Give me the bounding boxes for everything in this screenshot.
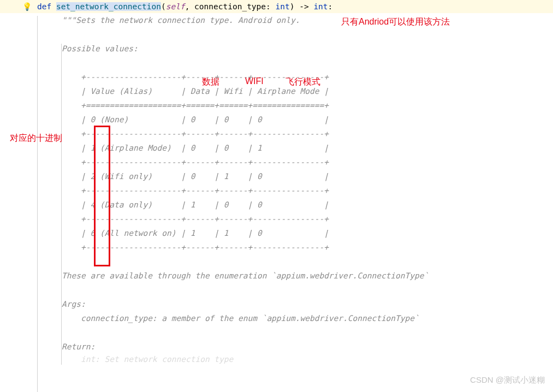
- table-header-sep: +====================+======+======+====…: [0, 101, 329, 110]
- doc-availability: These are available through the enumerat…: [0, 271, 429, 280]
- table-row: | 0 (None) | 0 | 0 | 0 |: [0, 115, 329, 124]
- table-border-bottom: +--------------------+------+------+----…: [0, 243, 329, 252]
- function-def-line[interactable]: 💡 def set_network_connection(self, conne…: [0, 0, 553, 13]
- annotation-android-only: 只有Andriod可以使用该方法: [341, 16, 450, 28]
- doc-possible-values: Possible values:: [0, 44, 138, 53]
- annotation-airplane-col: 飞行模式: [286, 76, 320, 88]
- code-content[interactable]: def set_network_connection(self, connect…: [37, 2, 553, 11]
- function-name: set_network_connection: [56, 2, 161, 11]
- annotation-wifi-col: WIFI: [245, 76, 264, 86]
- param-type: int: [276, 2, 290, 11]
- table-sep: +--------------------+------+------+----…: [0, 215, 329, 223]
- param-name: connection_type: [194, 2, 266, 11]
- table-row: | 4 (Data only) | 1 | 0 | 0 |: [0, 200, 329, 209]
- doc-args-header: Args:: [0, 300, 86, 308]
- docstring-area[interactable]: """Sets the network connection type. And…: [0, 13, 553, 365]
- lightbulb-icon[interactable]: 💡: [22, 2, 32, 11]
- annotation-data-col: 数据: [202, 76, 219, 88]
- annotation-decimal-label: 对应的十进制: [10, 133, 62, 144]
- table-sep: +--------------------+------+------+----…: [0, 158, 329, 167]
- table-header: | Value (Alias) | Data | Wifi | Airplane…: [0, 87, 329, 96]
- doc-summary: """Sets the network connection type. And…: [0, 16, 300, 25]
- keyword-def: def: [37, 2, 56, 11]
- annotation-red-box: [94, 126, 110, 266]
- watermark: CSDN @测试小迷糊: [470, 375, 545, 385]
- return-type: int: [313, 2, 328, 11]
- table-row: | 6 (All network on) | 1 | 1 | 0 |: [0, 229, 329, 237]
- table-row: | 2 (Wifi only) | 0 | 1 | 0 |: [0, 172, 329, 181]
- table-sep: +--------------------+------+------+----…: [0, 186, 329, 195]
- table-row: | 1 (Airplane Mode) | 0 | 0 | 1 |: [0, 144, 329, 152]
- table-border-top: +--------------------+------+------+----…: [0, 73, 329, 81]
- doc-args-desc: connection_type: a member of the enum `a…: [0, 314, 419, 323]
- indent-guide-2: [61, 44, 62, 365]
- gutter: 💡: [0, 2, 37, 11]
- doc-return-desc: int: Set network connection type: [0, 355, 233, 364]
- param-self: self: [166, 2, 185, 11]
- doc-return-header: Return:: [0, 342, 95, 351]
